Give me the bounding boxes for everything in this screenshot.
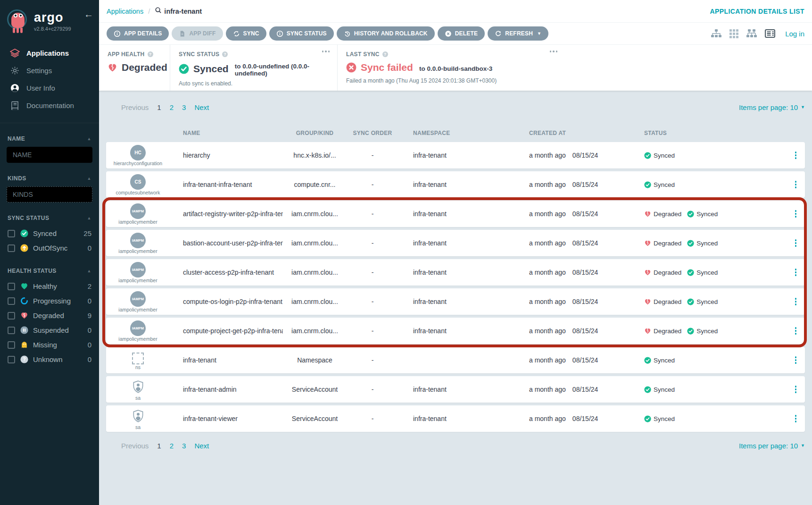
- row-menu-icon[interactable]: [793, 354, 799, 367]
- checkbox[interactable]: [8, 244, 15, 252]
- kinds-filter-input[interactable]: [7, 186, 92, 202]
- filter-count: 2: [88, 282, 91, 290]
- filter-count: 9: [88, 311, 91, 320]
- network-view-icon[interactable]: [746, 29, 757, 38]
- filter-label: Degraded: [33, 311, 64, 320]
- collapse-up-icon[interactable]: ▲: [87, 176, 91, 181]
- resource-group-kind: iam.cnrm.clou...: [283, 210, 347, 218]
- suspended-icon: [20, 326, 28, 334]
- checkbox[interactable]: [8, 230, 15, 237]
- checkbox[interactable]: [8, 312, 15, 320]
- app-wordmark: argo: [34, 11, 71, 24]
- sidebar-item-user-info[interactable]: User Info: [0, 79, 99, 97]
- app-details-button[interactable]: APP DETAILS: [107, 26, 169, 41]
- collapse-up-icon[interactable]: ▲: [87, 269, 91, 273]
- row-menu-icon[interactable]: [793, 412, 799, 425]
- sync-button[interactable]: SYNC: [226, 26, 266, 41]
- page-3-link[interactable]: 3: [182, 103, 186, 111]
- resource-name: infra-tenant-infra-tenant: [170, 181, 283, 188]
- sync-status-menu-icon[interactable]: [322, 50, 330, 52]
- grid-view-icon[interactable]: [729, 29, 738, 38]
- resource-kind-avatar: IAMPM: [130, 320, 146, 336]
- login-link[interactable]: Log in: [785, 30, 804, 38]
- filter-health-healthy[interactable]: Healthy 2: [0, 279, 99, 294]
- resource-group-kind: iam.cnrm.clou...: [283, 298, 347, 305]
- resource-row[interactable]: IAMPMiampolicymember cluster-access-p2p-…: [106, 259, 805, 286]
- collapse-up-icon[interactable]: ▲: [87, 136, 91, 141]
- resource-row[interactable]: ns infra-tenant Namespace - a month ago0…: [106, 347, 805, 373]
- page-3-link[interactable]: 3: [182, 442, 186, 450]
- checkbox[interactable]: [8, 356, 15, 363]
- filter-health-degraded[interactable]: Degraded 9: [0, 308, 99, 323]
- row-menu-icon[interactable]: [793, 236, 799, 250]
- refresh-button[interactable]: REFRESH▼: [488, 26, 548, 41]
- row-menu-icon[interactable]: [793, 383, 799, 396]
- sidebar-item-documentation[interactable]: Documentation: [0, 97, 99, 114]
- resource-row[interactable]: IAMPMiampolicymember bastion-account-use…: [106, 230, 805, 256]
- row-menu-icon[interactable]: [793, 324, 799, 337]
- chevron-down-icon: ▼: [801, 105, 805, 109]
- page-1-link[interactable]: 1: [157, 442, 161, 450]
- app-health-panel: APP HEALTH Degraded: [99, 45, 170, 91]
- name-filter-input[interactable]: [7, 147, 92, 163]
- next-page-link[interactable]: Next: [194, 103, 209, 111]
- previous-page-link[interactable]: Previous: [121, 103, 149, 111]
- page-2-link[interactable]: 2: [170, 442, 174, 450]
- resource-row[interactable]: sa infra-tenant-viewer ServiceAccount - …: [106, 405, 805, 432]
- filter-count: 25: [83, 229, 91, 237]
- resource-created-at: a month ago08/15/24: [519, 181, 632, 188]
- resource-kind-label: iampolicymember: [118, 219, 157, 225]
- resource-kind-avatar: IAMPM: [130, 203, 146, 219]
- filter-health-suspended[interactable]: Suspended 0: [0, 323, 99, 337]
- page-1-link[interactable]: 1: [157, 103, 161, 111]
- row-menu-icon[interactable]: [793, 207, 799, 220]
- resource-row[interactable]: IAMPMiampolicymember compute-project-get…: [106, 318, 805, 344]
- resource-sync-order: -: [347, 415, 398, 422]
- row-menu-icon[interactable]: [793, 178, 799, 191]
- resource-sync-order: -: [347, 210, 398, 218]
- items-per-page-select[interactable]: Items per page: 10▼: [739, 442, 805, 450]
- health-status-filter-list: Healthy 2 Progressing 0 Degraded 9 Suspe…: [0, 279, 99, 367]
- filter-health-unknown[interactable]: ? Unknown 0: [0, 352, 99, 367]
- checkbox[interactable]: [8, 341, 15, 349]
- sidebar-collapse-icon[interactable]: ←: [84, 9, 93, 19]
- app-diff-button[interactable]: APP DIFF: [172, 26, 223, 41]
- page-2-link[interactable]: 2: [170, 103, 174, 111]
- resource-row[interactable]: IAMPMiampolicymember compute-os-login-p2…: [106, 288, 805, 315]
- checkbox[interactable]: [8, 327, 15, 334]
- checkbox[interactable]: [8, 297, 15, 305]
- last-sync-menu-icon[interactable]: [550, 50, 558, 52]
- history-and-rollback-button[interactable]: HISTORY AND ROLLBACK: [337, 26, 435, 41]
- sync-status-button[interactable]: SYNC STATUS: [269, 26, 334, 41]
- resource-status: Synced: [632, 357, 780, 364]
- resource-row[interactable]: IAMPMiampolicymember artifact-registry-w…: [106, 201, 805, 227]
- list-view-icon-active[interactable]: [765, 29, 775, 38]
- resource-row[interactable]: sa infra-tenant-admin ServiceAccount - i…: [106, 376, 805, 403]
- filter-sync-outofsync[interactable]: OutOfSync 0: [0, 241, 99, 255]
- sidebar-item-settings[interactable]: Settings: [0, 62, 99, 79]
- checkbox[interactable]: [8, 283, 15, 290]
- tree-view-icon[interactable]: [711, 29, 721, 38]
- filter-health-missing[interactable]: Missing 0: [0, 337, 99, 352]
- resource-kind-label: hierarchyconfiguration: [114, 160, 162, 166]
- last-sync-target: to 0.0.0-build-sandbox-3: [419, 65, 492, 72]
- search-icon[interactable]: [155, 7, 162, 16]
- breadcrumb-applications-link[interactable]: Applications: [107, 8, 143, 15]
- previous-page-link[interactable]: Previous: [121, 442, 149, 450]
- resource-row[interactable]: HChierarchyconfiguration hierarchy hnc.x…: [106, 142, 805, 168]
- delete-button[interactable]: DELETE: [438, 26, 485, 41]
- resource-status: Synced: [632, 415, 780, 422]
- sidebar-item-applications[interactable]: Applications: [0, 44, 99, 62]
- filter-health-progressing[interactable]: Progressing 0: [0, 294, 99, 308]
- column-header: STATUS: [632, 130, 780, 136]
- items-per-page-select[interactable]: Items per page: 10▼: [739, 103, 805, 111]
- resource-row[interactable]: CScomputesubnetwork infra-tenant-infra-t…: [106, 171, 805, 198]
- next-page-link[interactable]: Next: [194, 442, 209, 450]
- row-menu-icon[interactable]: [793, 149, 799, 162]
- filter-sync-synced[interactable]: Synced 25: [0, 226, 99, 241]
- row-menu-icon[interactable]: [793, 266, 799, 279]
- resource-created-at: a month ago08/15/24: [519, 269, 632, 276]
- last-sync-value: Sync failed: [361, 62, 413, 73]
- collapse-up-icon[interactable]: ▲: [87, 216, 91, 220]
- row-menu-icon[interactable]: [793, 295, 799, 308]
